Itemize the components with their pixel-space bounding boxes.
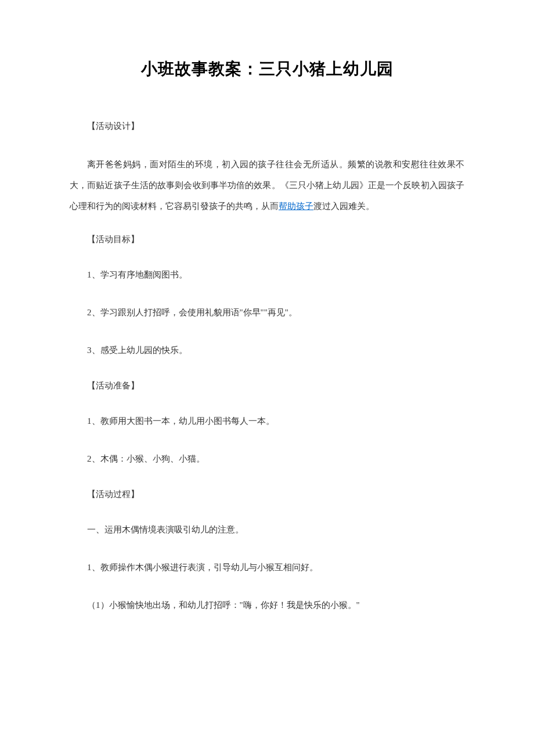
goal-item: 3、感受上幼儿园的快乐。 — [70, 343, 464, 358]
section-header-preparation: 【活动准备】 — [70, 380, 464, 391]
process-item: （1）小猴愉快地出场，和幼儿打招呼："嗨，你好！我是快乐的小猴。" — [70, 597, 464, 613]
design-paragraph: 离开爸爸妈妈，面对陌生的环境，初入园的孩子往往会无所适从。频繁的说教和安慰往往效… — [70, 154, 464, 217]
paragraph-text-part2: 渡过入园难关。 — [313, 201, 374, 211]
process-item: 1、教师操作木偶小猴进行表演，引导幼儿与小猴互相问好。 — [70, 560, 464, 575]
preparation-item: 1、教师用大图书一本，幼儿用小图书每人一本。 — [70, 413, 464, 429]
section-header-process: 【活动过程】 — [70, 489, 464, 500]
section-header-design: 【活动设计】 — [70, 121, 464, 132]
help-children-link[interactable]: 帮助孩子 — [279, 201, 313, 211]
preparation-item: 2、木偶：小猴、小狗、小猫。 — [70, 451, 464, 467]
section-header-goals: 【活动目标】 — [70, 234, 464, 245]
goal-item: 1、学习有序地翻阅图书。 — [70, 267, 464, 283]
paragraph-text-part1: 离开爸爸妈妈，面对陌生的环境，初入园的孩子往往会无所适从。频繁的说教和安慰往往效… — [70, 160, 464, 211]
process-item: 一、运用木偶情境表演吸引幼儿的注意。 — [70, 522, 464, 538]
page-title: 小班故事教案：三只小猪上幼儿园 — [70, 58, 464, 80]
document-page: 小班故事教案：三只小猪上幼儿园 【活动设计】 离开爸爸妈妈，面对陌生的环境，初入… — [0, 0, 534, 658]
goal-item: 2、学习跟别人打招呼，会使用礼貌用语"你早""再见"。 — [70, 305, 464, 321]
